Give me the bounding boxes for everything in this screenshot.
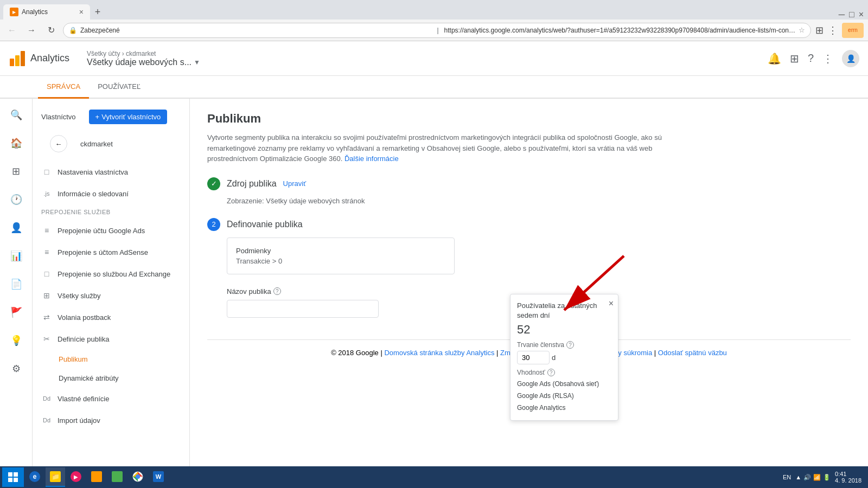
tooltip-close-btn[interactable]: ×: [609, 299, 614, 309]
taskbar-chrome[interactable]: [128, 467, 148, 485]
taskbar-explorer[interactable]: 📁: [46, 467, 65, 485]
conditions-value: Transakcie > 0: [236, 257, 445, 265]
browser-toolbar: ← → ↻ 🔒 Zabezpečené | https://analytics.…: [0, 20, 868, 41]
clock: 0:41 4. 9. 2018: [835, 471, 861, 484]
sidebar-discover[interactable]: 💡: [4, 329, 28, 352]
settings-icon: □: [41, 166, 52, 177]
url-full: https://analytics.google.com/analytics/w…: [444, 27, 795, 34]
taskbar-files[interactable]: [87, 467, 106, 485]
membership-label: Trvanie členstva ?: [517, 341, 611, 349]
breadcrumb: Všetky účty › ckdmarket: [87, 50, 200, 57]
panel-item-ad-exchange[interactable]: □ Prepojenie so službou Ad Exchange: [33, 263, 189, 285]
svg-rect-0: [10, 59, 14, 66]
panel-item-tracking[interactable]: .js Informácie o sledovaní: [33, 183, 189, 204]
panel-item-google-ads[interactable]: ≡ Prepojenie účtu Google Ads: [33, 220, 189, 241]
sidebar-home[interactable]: 🏠: [4, 131, 28, 155]
start-button[interactable]: [2, 467, 24, 485]
panel-item-postback[interactable]: ⇄ Volania postback: [33, 306, 189, 328]
sidebar-conversions[interactable]: 🚩: [4, 300, 28, 324]
elig-item-2: Google Ads (RLSA): [517, 390, 611, 402]
property-name[interactable]: Všetky údaje webových s... ▼: [87, 57, 200, 67]
tab-title: Analytics: [22, 8, 76, 16]
tooltip-popup: × Používatelia za ostatných sedem dní 52…: [510, 294, 618, 421]
lock-icon: 🔒: [69, 27, 77, 34]
help-icon-header[interactable]: ?: [808, 52, 814, 65]
taskbar-app5[interactable]: [107, 467, 127, 485]
elig-item-3: Google Analytics: [517, 402, 611, 414]
sidebar-acquisition[interactable]: 📊: [4, 244, 28, 268]
taskbar-language: EN: [783, 474, 791, 480]
account-row: ← ckdmarket: [33, 131, 189, 161]
address-bar[interactable]: 🔒 Zabezpečené | https://analytics.google…: [63, 23, 811, 38]
user-avatar[interactable]: 👤: [842, 50, 859, 67]
panel-item-dynamic[interactable]: Dynamické atribúty: [33, 369, 189, 388]
panel-item-audience-definitions[interactable]: ✂ Definície publika: [33, 328, 189, 350]
sidebar-dashboard[interactable]: ⊞: [4, 159, 28, 183]
step2-header: 2 Definovanie publika: [207, 218, 851, 231]
panel-item-settings[interactable]: □ Nastavenia vlastníctva: [33, 161, 189, 183]
panel-item-all-services[interactable]: ⊞ Všetky služby: [33, 285, 189, 306]
membership-value-input[interactable]: [517, 351, 550, 364]
step1-edit-link[interactable]: Upraviť: [283, 179, 306, 188]
account-name: ckdmarket: [80, 140, 113, 148]
create-property-btn[interactable]: + Vytvoriť vlastníctvo: [89, 110, 168, 124]
maximize-btn[interactable]: □: [849, 10, 854, 20]
sidebar-admin[interactable]: ⚙: [4, 357, 28, 381]
sidebar-reports[interactable]: 🕐: [4, 188, 28, 211]
svg-rect-8: [14, 478, 18, 482]
back-btn[interactable]: ←: [50, 135, 67, 152]
services-section-header: PREPOJENIE SLUŽIEB: [33, 204, 189, 220]
js-icon: .js: [41, 188, 52, 199]
extensions-icon[interactable]: ⊞: [815, 24, 824, 36]
taskbar-media[interactable]: ▶: [66, 467, 86, 485]
tab-pouzivatel[interactable]: POUŽÍVATEĽ: [89, 76, 149, 99]
sidebar-behavior[interactable]: 📄: [4, 272, 28, 296]
conditions-label: Podmienky: [236, 247, 445, 255]
panel-item-custom-def[interactable]: Dd Vlastné definície: [33, 388, 189, 409]
taskbar-ie[interactable]: e: [25, 467, 44, 485]
tab-close-btn[interactable]: ×: [79, 8, 84, 16]
footer-copyright: © 2018 Google: [331, 349, 379, 357]
audience-name-input[interactable]: [227, 300, 379, 318]
refresh-btn[interactable]: ↻: [43, 23, 59, 38]
close-window-btn[interactable]: ×: [859, 10, 864, 20]
membership-input-row: d: [517, 351, 611, 364]
membership-help-icon[interactable]: ?: [566, 341, 574, 349]
panel-item-import[interactable]: Dd Import údajov: [33, 409, 189, 431]
footer-link-1[interactable]: Domovská stránka služby Analytics: [384, 349, 494, 357]
app-title: Analytics: [30, 53, 69, 64]
content-area: Publikum Vytvorte segmenty publika na in…: [190, 99, 868, 485]
property-dropdown-arrow: ▼: [194, 59, 200, 66]
new-tab-btn[interactable]: +: [90, 4, 105, 20]
sidebar-audience[interactable]: 👤: [4, 216, 28, 240]
browser-menu-icon[interactable]: ⋮: [828, 24, 838, 36]
panel-item-publikum[interactable]: Publikum: [33, 350, 189, 369]
tooltip-title: Používatelia za ostatných sedem dní: [517, 301, 611, 320]
system-icons: ▲ 🔊 📶 🔋: [795, 474, 831, 481]
minimize-btn[interactable]: ─: [839, 10, 845, 20]
svg-rect-7: [8, 478, 12, 482]
back-btn[interactable]: ←: [4, 23, 20, 38]
eligibility-list: Google Ads (Obsahová sieť) Google Ads (R…: [517, 378, 611, 414]
step1-section: ✓ Zdroj publika Upraviť Zobrazenie: Všet…: [207, 177, 851, 205]
taskbar-word[interactable]: W: [149, 467, 168, 485]
bookmark-icon[interactable]: ☆: [799, 26, 805, 34]
step1-title: Zdroj publika: [227, 179, 277, 189]
name-help-icon[interactable]: ?: [273, 287, 281, 295]
active-tab[interactable]: Analytics ×: [3, 4, 90, 20]
analytics-logo: Analytics: [9, 50, 69, 67]
grid-icon[interactable]: ⊞: [790, 52, 799, 65]
forward-btn[interactable]: →: [24, 23, 39, 38]
taskbar-right: EN ▲ 🔊 📶 🔋 0:41 4. 9. 2018: [783, 471, 866, 484]
eligibility-help-icon[interactable]: ?: [547, 369, 555, 376]
bell-icon[interactable]: 🔔: [768, 52, 781, 65]
footer-link-4[interactable]: Odoslať spätnú väzbu: [658, 349, 727, 357]
tab-spravca[interactable]: SPRÁVCA: [38, 76, 89, 99]
more-info-link[interactable]: Ďalšie informácie: [344, 155, 399, 163]
panel-item-adsense[interactable]: ≡ Prepojenie s účtom AdSense: [33, 241, 189, 263]
more-icon[interactable]: ⋮: [822, 52, 833, 65]
property-section-label: Vlastníctvo: [41, 113, 76, 121]
sidebar-search[interactable]: 🔍: [4, 103, 28, 127]
elig-item-1: Google Ads (Obsahová sieť): [517, 378, 611, 390]
view-label: Zobrazenie: Všetky údaje webových stráno…: [227, 197, 365, 205]
